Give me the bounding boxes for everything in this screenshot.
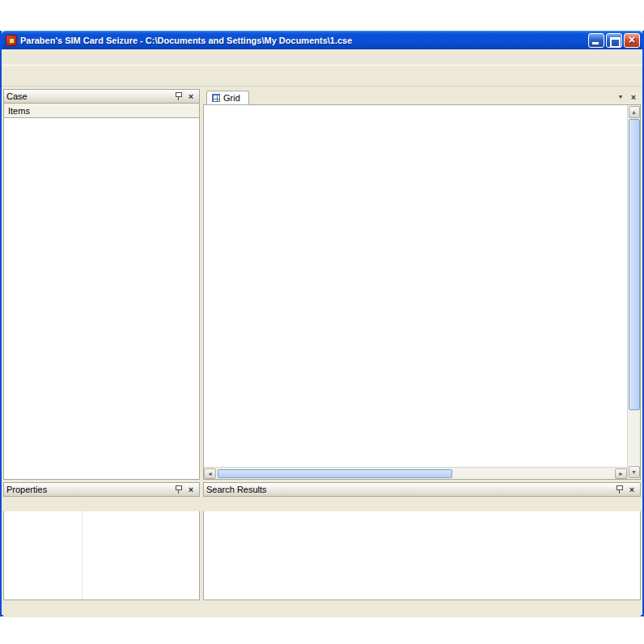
close-button[interactable] — [624, 33, 640, 48]
search-panel-title: Search Results — [206, 485, 612, 494]
grid-icon — [212, 94, 220, 102]
properties-columns-header — [3, 497, 200, 511]
grid-horizontal-scrollbar[interactable]: ◄ ► — [204, 467, 627, 479]
search-columns-header — [203, 497, 641, 511]
pin-icon — [615, 485, 624, 494]
scroll-left-button[interactable]: ◄ — [204, 468, 216, 479]
app-window: Paraben's SIM Card Seizure - C:\Document… — [0, 31, 644, 616]
case-tree — [3, 118, 200, 480]
scroll-right-button[interactable]: ► — [615, 468, 627, 479]
scroll-down-button[interactable]: ▼ — [629, 466, 640, 478]
grid-panel: Grid ◄ — [203, 89, 641, 480]
properties-pin-button[interactable] — [172, 485, 184, 495]
main-content: Case Items Grid — [2, 87, 642, 615]
horizontal-scroll-thumb[interactable] — [218, 469, 452, 478]
search-close-button[interactable] — [626, 485, 638, 495]
case-panel-title: Case — [6, 91, 171, 101]
menu-bar — [2, 49, 642, 66]
tab-grid[interactable]: Grid — [206, 91, 249, 104]
grid-vertical-scrollbar[interactable]: ▲ ▼ — [627, 105, 640, 479]
pin-icon — [174, 91, 183, 101]
minimize-button[interactable] — [588, 33, 604, 48]
properties-panel-title: Properties — [6, 485, 171, 494]
items-bar: Items — [3, 104, 200, 118]
tab-list-dropdown-button[interactable] — [615, 91, 626, 102]
search-results-panel: Search Results — [203, 482, 641, 600]
properties-body — [3, 511, 200, 600]
properties-panel: Properties — [3, 482, 200, 600]
case-panel-header: Case — [3, 89, 200, 104]
bottom-tab-bar — [3, 600, 641, 617]
case-pin-button[interactable] — [172, 91, 184, 102]
window-title: Paraben's SIM Card Seizure - C:\Document… — [20, 36, 588, 45]
screenshot-stage: Paraben's SIM Card Seizure - C:\Document… — [0, 0, 644, 644]
search-panel-header: Search Results — [203, 482, 641, 497]
properties-panel-header: Properties — [3, 482, 200, 497]
grid-table: ◄ ► — [204, 105, 627, 479]
grid-tab-label: Grid — [223, 93, 240, 103]
app-icon — [6, 35, 17, 46]
grid-tab-strip: Grid — [203, 89, 641, 105]
toolbar — [2, 66, 642, 87]
case-close-button[interactable] — [185, 91, 197, 102]
grid-body — [204, 121, 627, 467]
grid-area: ◄ ► ▲ ▼ — [203, 105, 641, 480]
search-results-body — [203, 511, 641, 600]
maximize-button[interactable] — [606, 33, 622, 48]
items-label: Items — [8, 106, 30, 116]
grid-close-button[interactable] — [628, 91, 639, 102]
bottom-row: Properties Search Results — [3, 482, 641, 600]
properties-close-button[interactable] — [185, 485, 197, 495]
case-panel: Case Items — [3, 89, 200, 480]
vertical-scroll-thumb[interactable] — [629, 119, 640, 410]
grid-header-row — [204, 105, 627, 121]
title-bar[interactable]: Paraben's SIM Card Seizure - C:\Document… — [2, 31, 642, 49]
top-row: Case Items Grid — [3, 89, 641, 480]
pin-icon — [174, 485, 183, 494]
search-pin-button[interactable] — [613, 485, 625, 495]
scroll-up-button[interactable]: ▲ — [629, 106, 640, 118]
